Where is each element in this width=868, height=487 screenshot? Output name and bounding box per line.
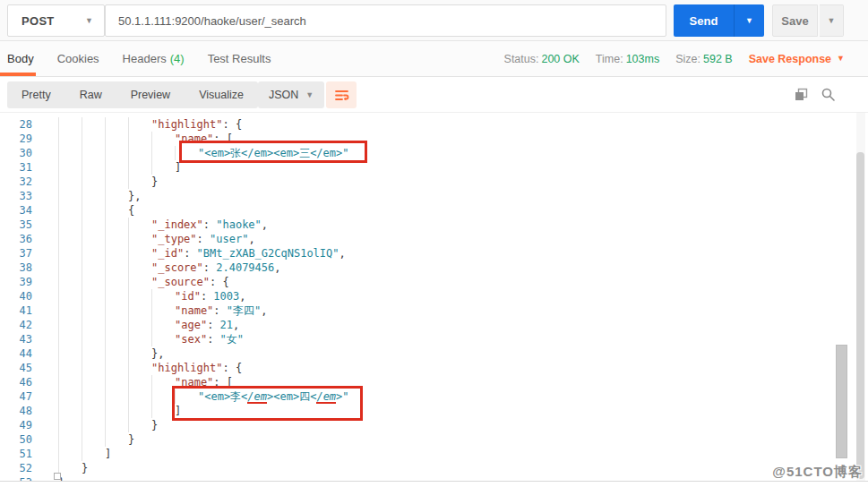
code-line: 43"sex": "女" [0, 332, 853, 346]
line-number: 51 [0, 447, 32, 461]
indent-guides [58, 289, 175, 303]
indent-guides [58, 375, 175, 389]
line-number: 29 [0, 132, 32, 146]
code-line: 36"_type": "user", [0, 232, 853, 246]
gutter-fold-space [32, 375, 58, 389]
tab-headers-label: Headers [123, 52, 167, 65]
send-options-button[interactable]: ▼ [734, 4, 764, 37]
gutter-fold-space [32, 418, 58, 432]
line-number: 43 [0, 332, 32, 346]
tab-cookies[interactable]: Cookies [57, 41, 99, 76]
url-input[interactable] [105, 4, 666, 37]
time-label: Time: [596, 53, 623, 65]
code-token-key: "_source" [151, 275, 210, 289]
code-token-p: ] [175, 160, 181, 175]
save-button[interactable]: Save [772, 4, 818, 37]
indent-guides [58, 389, 198, 404]
size-label: Size: [675, 53, 700, 65]
language-select[interactable]: JSON ▼ [258, 81, 324, 108]
code-line: 31] [0, 160, 853, 175]
line-number: 34 [0, 203, 32, 218]
code-token-key: "age" [175, 318, 207, 332]
gutter-fold-space [32, 203, 58, 218]
indent-guides [58, 461, 82, 475]
size-badge: Size:592 B [675, 53, 732, 65]
code-token-num: 2.4079456 [216, 261, 274, 275]
code-line: 49} [0, 418, 853, 432]
code-token-p: : { [222, 117, 242, 132]
gutter-fold-space [32, 389, 58, 404]
tab-test-results-label: Test Results [208, 52, 271, 65]
gutter-fold-space [32, 232, 58, 246]
code-token-key: "name" [175, 303, 213, 318]
search-icon[interactable] [821, 87, 836, 102]
code-line: 50} [0, 432, 853, 447]
mode-pretty[interactable]: Pretty [7, 81, 65, 108]
code-token-p: } [82, 461, 88, 475]
code-token-str: "user" [210, 232, 248, 246]
code-token-key: "sex" [175, 332, 207, 346]
code-line: 44}, [0, 346, 853, 361]
wrap-format-icon[interactable] [326, 81, 357, 108]
code-token-key: "_index" [151, 218, 203, 232]
tab-test-results[interactable]: Test Results [208, 41, 271, 76]
indent-guides [58, 232, 151, 246]
code-token-str: "李四" [227, 303, 261, 318]
gutter-fold-space [32, 189, 58, 203]
code-line: 52} [0, 461, 853, 475]
line-number: 45 [0, 361, 32, 375]
code-token-str: ><em>四< [267, 389, 316, 404]
save-response-label: Save Response [749, 53, 831, 65]
line-number: 30 [0, 146, 32, 160]
code-token-p: { [128, 203, 134, 218]
indent-guides [58, 203, 128, 218]
indent-guides [58, 303, 175, 318]
status-label: Status: [504, 53, 539, 65]
line-number: 41 [0, 303, 32, 318]
chevron-down-icon: ▼ [837, 55, 845, 63]
code-line: 33}, [0, 189, 853, 203]
fold-marker[interactable] [54, 473, 61, 480]
gutter-fold-space [32, 160, 58, 175]
code-line: 30"<em>张</em><em>三</em>" [0, 146, 853, 160]
code-line: 41"name": "李四", [0, 303, 853, 318]
gutter-fold-space [32, 175, 58, 189]
response-tabs: Body Cookies Headers (4) Test Results [0, 41, 294, 76]
inner-scrollbar-thumb[interactable] [836, 345, 847, 458]
copy-icon[interactable] [794, 87, 809, 102]
view-mode-switcher: Pretty Raw Preview Visualize [7, 81, 258, 108]
code-line: 51] [0, 447, 853, 461]
mode-visualize[interactable]: Visualize [185, 81, 258, 108]
code-token-p: } [151, 175, 158, 189]
code-line: 45"highlight": { [0, 361, 853, 375]
code-token-p: : [197, 232, 210, 246]
mode-preview[interactable]: Preview [116, 81, 185, 108]
code-line: 28"highlight": { [0, 117, 853, 132]
status-value: 200 OK [541, 53, 579, 65]
code-token-p: : [207, 318, 219, 332]
code-token-str: >" [336, 389, 348, 404]
code-token-key: "_id" [151, 246, 184, 261]
indent-guides [58, 418, 151, 432]
mode-raw[interactable]: Raw [65, 81, 116, 108]
indent-guides [58, 146, 198, 160]
code-line: 47"<em>李</em><em>四</em>" [0, 389, 853, 404]
gutter-fold-space [32, 275, 58, 289]
outer-scrollbar-thumb[interactable] [856, 152, 864, 479]
code-token-key: "id" [175, 289, 201, 303]
code-token-p: , [233, 318, 239, 332]
code-token-key: "name" [175, 375, 213, 389]
chevron-down-icon: ▼ [828, 17, 836, 25]
code-line: 37"_id": "BMt_zXAB_G2CqNS1olIQ", [0, 246, 853, 261]
tab-headers[interactable]: Headers (4) [123, 41, 185, 76]
chevron-down-icon: ▼ [305, 91, 314, 99]
save-response-button[interactable]: Save Response ▼ [749, 53, 845, 65]
indent-guides [58, 261, 151, 275]
code-token-stru: /em [247, 389, 267, 404]
save-options-button[interactable]: ▼ [820, 4, 844, 37]
tab-body[interactable]: Body [7, 41, 34, 76]
send-button[interactable]: Send [674, 4, 734, 37]
chevron-down-icon: ▼ [85, 17, 93, 25]
gutter-fold-space [32, 432, 58, 447]
method-select[interactable]: POST ▼ [7, 4, 105, 37]
